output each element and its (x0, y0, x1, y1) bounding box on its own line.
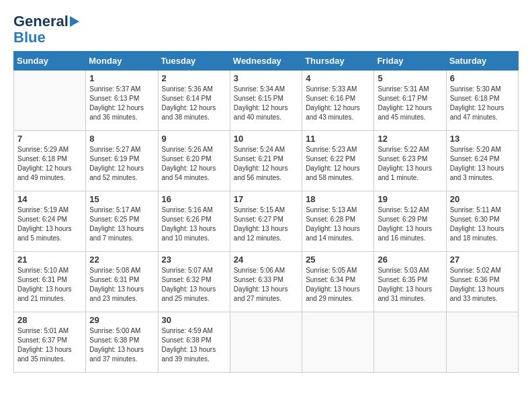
calendar-cell (230, 312, 302, 373)
calendar-cell: 17Sunrise: 5:15 AM Sunset: 6:27 PM Dayli… (230, 191, 302, 252)
day-info: Sunrise: 5:08 AM Sunset: 6:31 PM Dayligh… (89, 266, 154, 304)
calendar-day-header: Saturday (446, 52, 518, 71)
calendar-cell: 22Sunrise: 5:08 AM Sunset: 6:31 PM Dayli… (86, 252, 158, 312)
day-info: Sunrise: 5:30 AM Sunset: 6:18 PM Dayligh… (450, 85, 515, 122)
day-info: Sunrise: 5:26 AM Sunset: 6:20 PM Dayligh… (162, 145, 226, 183)
day-info: Sunrise: 5:34 AM Sunset: 6:15 PM Dayligh… (234, 85, 298, 122)
calendar-cell: 14Sunrise: 5:19 AM Sunset: 6:24 PM Dayli… (14, 191, 86, 252)
calendar-day-header: Wednesday (230, 52, 302, 71)
day-info: Sunrise: 5:31 AM Sunset: 6:17 PM Dayligh… (378, 85, 442, 122)
day-number: 25 (306, 255, 370, 265)
day-info: Sunrise: 5:07 AM Sunset: 6:32 PM Dayligh… (162, 266, 226, 304)
calendar-cell: 8Sunrise: 5:27 AM Sunset: 6:19 PM Daylig… (86, 131, 158, 191)
calendar-body: 1Sunrise: 5:37 AM Sunset: 6:13 PM Daylig… (14, 71, 519, 373)
day-info: Sunrise: 5:24 AM Sunset: 6:21 PM Dayligh… (234, 145, 298, 183)
day-info: Sunrise: 5:22 AM Sunset: 6:23 PM Dayligh… (378, 145, 442, 183)
calendar-cell: 2Sunrise: 5:36 AM Sunset: 6:14 PM Daylig… (158, 71, 230, 131)
calendar-cell: 7Sunrise: 5:29 AM Sunset: 6:18 PM Daylig… (14, 131, 86, 191)
day-info: Sunrise: 5:20 AM Sunset: 6:24 PM Dayligh… (450, 145, 515, 183)
calendar-cell: 27Sunrise: 5:02 AM Sunset: 6:36 PM Dayli… (446, 252, 518, 312)
day-number: 8 (89, 134, 154, 144)
day-number: 9 (162, 134, 226, 144)
day-number: 5 (378, 73, 442, 83)
calendar-cell (374, 312, 446, 373)
day-number: 28 (17, 315, 82, 325)
day-info: Sunrise: 5:36 AM Sunset: 6:14 PM Dayligh… (162, 85, 226, 122)
calendar-cell (302, 312, 374, 373)
calendar-table: SundayMondayTuesdayWednesdayThursdayFrid… (13, 51, 519, 373)
day-info: Sunrise: 5:27 AM Sunset: 6:19 PM Dayligh… (89, 145, 154, 183)
calendar-week-row: 21Sunrise: 5:10 AM Sunset: 6:31 PM Dayli… (14, 252, 519, 312)
day-number: 4 (306, 73, 370, 83)
logo-line2: Blue (13, 30, 46, 46)
day-info: Sunrise: 5:05 AM Sunset: 6:34 PM Dayligh… (306, 266, 370, 304)
day-number: 23 (162, 255, 226, 265)
calendar-cell: 9Sunrise: 5:26 AM Sunset: 6:20 PM Daylig… (158, 131, 230, 191)
day-number: 27 (450, 255, 515, 265)
day-info: Sunrise: 5:33 AM Sunset: 6:16 PM Dayligh… (306, 85, 370, 122)
calendar-day-header: Friday (374, 52, 446, 71)
day-number: 3 (234, 73, 298, 83)
day-info: Sunrise: 5:02 AM Sunset: 6:36 PM Dayligh… (450, 266, 515, 304)
day-number: 11 (306, 134, 370, 144)
calendar-cell: 29Sunrise: 5:00 AM Sunset: 6:38 PM Dayli… (86, 312, 158, 373)
calendar-week-row: 1Sunrise: 5:37 AM Sunset: 6:13 PM Daylig… (14, 71, 519, 131)
calendar-cell: 15Sunrise: 5:17 AM Sunset: 6:25 PM Dayli… (86, 191, 158, 252)
calendar-cell: 18Sunrise: 5:13 AM Sunset: 6:28 PM Dayli… (302, 191, 374, 252)
calendar-day-header: Sunday (14, 52, 86, 71)
calendar-cell: 20Sunrise: 5:11 AM Sunset: 6:30 PM Dayli… (446, 191, 518, 252)
day-info: Sunrise: 5:12 AM Sunset: 6:29 PM Dayligh… (378, 205, 442, 243)
day-info: Sunrise: 5:06 AM Sunset: 6:33 PM Dayligh… (234, 266, 298, 304)
calendar-week-row: 7Sunrise: 5:29 AM Sunset: 6:18 PM Daylig… (14, 131, 519, 191)
day-number: 18 (306, 194, 370, 204)
day-info: Sunrise: 5:15 AM Sunset: 6:27 PM Dayligh… (234, 205, 298, 243)
logo: General Blue (13, 13, 79, 46)
day-number: 30 (162, 315, 226, 325)
logo-arrow-icon (70, 16, 79, 27)
calendar-day-header: Thursday (302, 52, 374, 71)
calendar-cell: 16Sunrise: 5:16 AM Sunset: 6:26 PM Dayli… (158, 191, 230, 252)
calendar-cell: 28Sunrise: 5:01 AM Sunset: 6:37 PM Dayli… (14, 312, 86, 373)
day-number: 14 (17, 194, 82, 204)
day-info: Sunrise: 5:11 AM Sunset: 6:30 PM Dayligh… (450, 205, 515, 243)
calendar-cell: 26Sunrise: 5:03 AM Sunset: 6:35 PM Dayli… (374, 252, 446, 312)
day-number: 24 (234, 255, 298, 265)
day-number: 19 (378, 194, 442, 204)
day-info: Sunrise: 5:29 AM Sunset: 6:18 PM Dayligh… (17, 145, 82, 183)
calendar-cell: 13Sunrise: 5:20 AM Sunset: 6:24 PM Dayli… (446, 131, 518, 191)
calendar-cell: 3Sunrise: 5:34 AM Sunset: 6:15 PM Daylig… (230, 71, 302, 131)
day-number: 2 (162, 73, 226, 83)
day-number: 21 (17, 255, 82, 265)
day-info: Sunrise: 5:00 AM Sunset: 6:38 PM Dayligh… (89, 326, 154, 364)
day-info: Sunrise: 5:03 AM Sunset: 6:35 PM Dayligh… (378, 266, 442, 304)
calendar-week-row: 14Sunrise: 5:19 AM Sunset: 6:24 PM Dayli… (14, 191, 519, 252)
day-number: 13 (450, 134, 515, 144)
calendar-cell: 23Sunrise: 5:07 AM Sunset: 6:32 PM Dayli… (158, 252, 230, 312)
day-info: Sunrise: 5:23 AM Sunset: 6:22 PM Dayligh… (306, 145, 370, 183)
day-number: 6 (450, 73, 515, 83)
calendar-day-header: Monday (86, 52, 158, 71)
day-number: 26 (378, 255, 442, 265)
day-number: 16 (162, 194, 226, 204)
day-number: 20 (450, 194, 515, 204)
calendar-cell: 25Sunrise: 5:05 AM Sunset: 6:34 PM Dayli… (302, 252, 374, 312)
day-info: Sunrise: 5:37 AM Sunset: 6:13 PM Dayligh… (89, 85, 154, 122)
calendar-cell: 5Sunrise: 5:31 AM Sunset: 6:17 PM Daylig… (374, 71, 446, 131)
calendar-header: SundayMondayTuesdayWednesdayThursdayFrid… (14, 52, 519, 71)
day-info: Sunrise: 4:59 AM Sunset: 6:38 PM Dayligh… (162, 326, 226, 364)
page-header: General Blue (13, 13, 519, 46)
calendar-cell (14, 71, 86, 131)
day-number: 12 (378, 134, 442, 144)
day-number: 29 (89, 315, 154, 325)
calendar-cell: 4Sunrise: 5:33 AM Sunset: 6:16 PM Daylig… (302, 71, 374, 131)
day-number: 7 (17, 134, 82, 144)
day-number: 22 (89, 255, 154, 265)
calendar-cell: 19Sunrise: 5:12 AM Sunset: 6:29 PM Dayli… (374, 191, 446, 252)
calendar-cell: 1Sunrise: 5:37 AM Sunset: 6:13 PM Daylig… (86, 71, 158, 131)
day-number: 15 (89, 194, 154, 204)
day-number: 1 (89, 73, 154, 83)
day-info: Sunrise: 5:17 AM Sunset: 6:25 PM Dayligh… (89, 205, 154, 243)
day-info: Sunrise: 5:19 AM Sunset: 6:24 PM Dayligh… (17, 205, 82, 243)
calendar-cell: 30Sunrise: 4:59 AM Sunset: 6:38 PM Dayli… (158, 312, 230, 373)
calendar-cell: 21Sunrise: 5:10 AM Sunset: 6:31 PM Dayli… (14, 252, 86, 312)
